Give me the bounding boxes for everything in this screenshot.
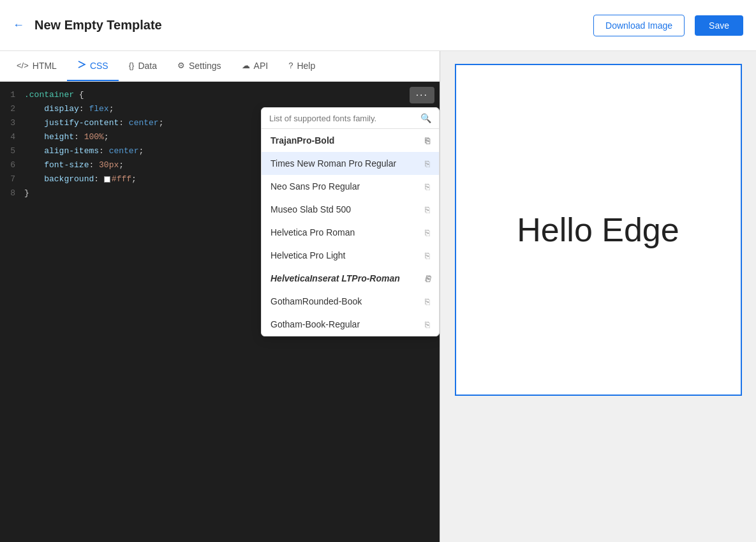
right-panel: Hello Edge	[440, 51, 756, 542]
font-item[interactable]: Neo Sans Pro Regular⎘	[262, 175, 439, 198]
data-icon: {}	[129, 61, 135, 70]
code-editor[interactable]: 1 .container { 2 display: flex; 3 justif…	[0, 82, 440, 542]
font-item[interactable]: HelveticaInserat LTPro-Roman⎘	[262, 267, 439, 290]
main-content: </> HTML CSS {} Data ⚙ Settings ☁	[0, 51, 756, 542]
search-icon: 🔍	[420, 113, 431, 123]
preview-canvas: Hello Edge	[455, 64, 742, 396]
font-item[interactable]: Times New Roman Pro Regular⎘	[262, 152, 439, 175]
font-name: GothamRounded-Book	[271, 296, 362, 306]
api-icon: ☁	[242, 61, 250, 70]
header: ← New Empty Template Download Image Save	[0, 0, 756, 51]
help-icon: ?	[288, 61, 293, 70]
code-line-1: 1 .container {	[0, 88, 440, 102]
font-name: HelveticaInserat LTPro-Roman	[271, 273, 400, 283]
font-search-bar: 🔍	[262, 108, 439, 129]
tab-html-label: HTML	[33, 61, 57, 71]
tab-settings-label: Settings	[189, 61, 221, 71]
copy-icon[interactable]: ⎘	[425, 251, 430, 260]
copy-icon[interactable]: ⎘	[425, 274, 430, 283]
copy-icon[interactable]: ⎘	[425, 320, 430, 329]
copy-icon[interactable]: ⎘	[425, 228, 430, 237]
tab-api[interactable]: ☁ API	[232, 51, 279, 81]
font-name: Helvetica Pro Roman	[271, 227, 355, 237]
left-panel: </> HTML CSS {} Data ⚙ Settings ☁	[0, 51, 440, 542]
tab-data-label: Data	[138, 61, 157, 71]
font-item[interactable]: GothamRounded-Book⎘	[262, 290, 439, 313]
tab-html[interactable]: </> HTML	[6, 51, 67, 81]
font-name: Museo Slab Std 500	[271, 204, 351, 215]
settings-icon: ⚙	[177, 61, 185, 70]
page-title: New Empty Template	[34, 18, 583, 33]
font-name: TrajanPro-Bold	[271, 135, 334, 146]
font-item[interactable]: TrajanPro-Bold⎘	[262, 129, 439, 152]
preview-text: Hello Edge	[517, 211, 679, 249]
tab-css[interactable]: CSS	[67, 51, 119, 81]
font-name: Times New Roman Pro Regular	[271, 158, 396, 169]
font-dropdown: 🔍 TrajanPro-Bold⎘Times New Roman Pro Reg…	[261, 107, 440, 336]
font-name: Helvetica Pro Light	[271, 250, 346, 260]
tabs-bar: </> HTML CSS {} Data ⚙ Settings ☁	[0, 51, 440, 82]
tab-help-label: Help	[297, 61, 315, 71]
font-name: Neo Sans Pro Regular	[271, 181, 360, 192]
copy-icon[interactable]: ⎘	[425, 205, 430, 215]
three-dot-button[interactable]: ···	[410, 87, 434, 103]
tab-api-label: API	[254, 61, 269, 71]
font-name: Gotham-Book-Regular	[271, 319, 360, 329]
tab-settings[interactable]: ⚙ Settings	[167, 51, 232, 81]
back-button[interactable]: ←	[13, 19, 24, 32]
html-icon: </>	[17, 61, 29, 70]
copy-icon[interactable]: ⎘	[425, 182, 430, 192]
save-button[interactable]: Save	[695, 15, 743, 36]
font-item[interactable]: Helvetica Pro Roman⎘	[262, 221, 439, 244]
copy-icon[interactable]: ⎘	[425, 297, 430, 306]
font-item[interactable]: Helvetica Pro Light⎘	[262, 244, 439, 267]
copy-icon[interactable]: ⎘	[425, 136, 430, 146]
font-list: TrajanPro-Bold⎘Times New Roman Pro Regul…	[262, 129, 439, 336]
download-button[interactable]: Download Image	[593, 15, 685, 36]
font-item[interactable]: Gotham-Book-Regular⎘	[262, 313, 439, 336]
css-icon	[77, 60, 86, 71]
tab-data[interactable]: {} Data	[119, 51, 167, 81]
copy-icon[interactable]: ⎘	[425, 159, 430, 169]
tab-css-label: CSS	[90, 61, 108, 71]
font-item[interactable]: Museo Slab Std 500⎘	[262, 198, 439, 221]
tab-help[interactable]: ? Help	[278, 51, 325, 81]
font-search-input[interactable]	[269, 114, 415, 123]
